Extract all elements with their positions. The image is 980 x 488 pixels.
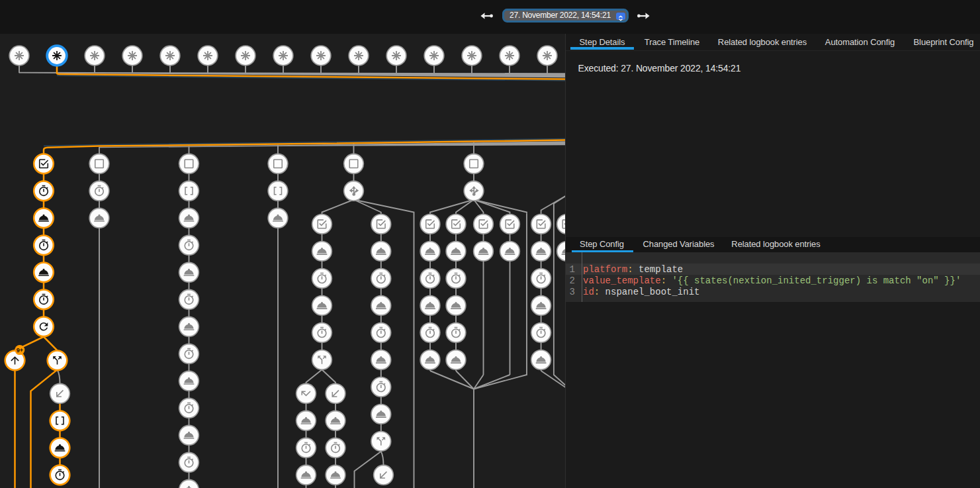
svg-text:9+: 9+ [17,347,23,354]
